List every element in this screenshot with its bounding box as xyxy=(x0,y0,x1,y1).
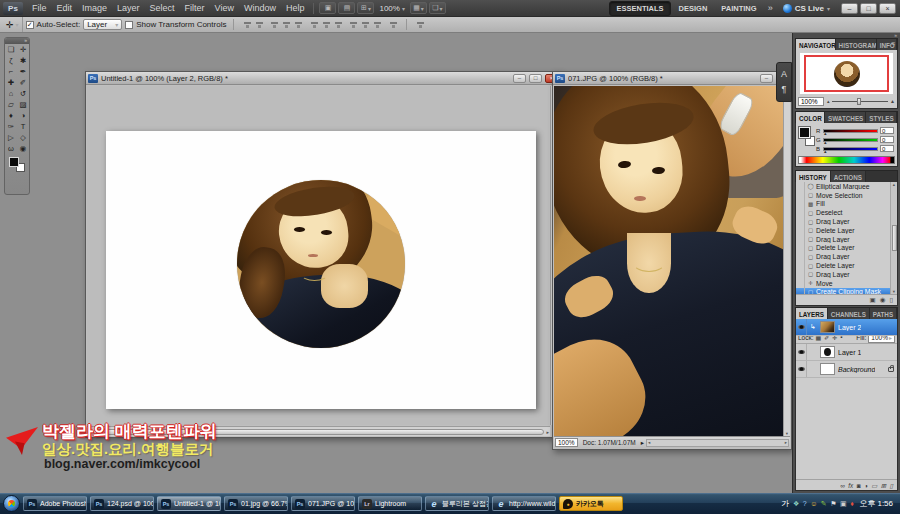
layer-visibility-toggle[interactable] xyxy=(796,361,807,377)
history-item[interactable]: ◯ Elliptical Marquee xyxy=(796,182,890,191)
distribute-vertical-centers-icon[interactable] xyxy=(334,21,343,29)
tray-pen-icon[interactable]: ✎ xyxy=(821,500,827,508)
navigator-proxy-preview[interactable] xyxy=(800,53,893,94)
zoom-in-icon[interactable]: ▲ xyxy=(890,98,895,104)
history-source-checkbox[interactable] xyxy=(796,252,805,261)
paragraph-panel-icon[interactable]: ¶ xyxy=(782,85,787,94)
menu-item[interactable]: Filter xyxy=(180,2,210,14)
horizontal-scrollbar[interactable]: ◂ ▸ xyxy=(646,439,789,447)
task-kakaotalk[interactable]: ● 카카오톡 xyxy=(559,496,623,511)
quick-selection-tool[interactable]: ✱ xyxy=(17,55,29,66)
history-source-checkbox[interactable] xyxy=(796,270,805,279)
history-source-checkbox[interactable] xyxy=(796,279,805,288)
tray-kakao-icon[interactable]: ☺ xyxy=(810,500,817,507)
photoshop-logo-icon[interactable]: Ps xyxy=(3,2,23,15)
restore-button[interactable]: □ xyxy=(860,3,877,14)
menu-item[interactable]: Window xyxy=(239,2,281,14)
layer-row[interactable]: Layer 1 xyxy=(796,344,897,361)
document-title-bar[interactable]: Ps Untitled-1 @ 100% (Layer 2, RGB/8) * … xyxy=(86,72,560,85)
channel-value-field[interactable]: 0 xyxy=(880,127,894,134)
tab-actions[interactable]: ACTIONS xyxy=(831,171,866,182)
menu-item[interactable]: Select xyxy=(145,2,180,14)
channel-slider-track[interactable]: ▴ xyxy=(823,129,878,133)
history-source-checkbox[interactable] xyxy=(796,235,805,244)
auto-select-target-dropdown[interactable]: Layer ▾ xyxy=(83,19,122,30)
history-item[interactable]: ▢ Drag Layer xyxy=(796,252,890,261)
scroll-right-icon[interactable]: ▸ xyxy=(546,429,549,435)
menu-item[interactable]: Layer xyxy=(112,2,145,14)
move-tool[interactable]: ✛ xyxy=(17,44,29,55)
menu-item[interactable]: View xyxy=(210,2,239,14)
delete-layer-icon[interactable]: ▯ xyxy=(890,482,893,489)
menu-item[interactable]: Edit xyxy=(52,2,78,14)
tab-navigator[interactable]: NAVIGATOR xyxy=(796,39,836,50)
canvas-page[interactable] xyxy=(106,131,536,409)
task-untitled-1[interactable]: Ps Untitled-1 @ 100%... xyxy=(157,496,221,511)
ime-indicator[interactable]: 가 xyxy=(782,498,790,509)
new-snapshot-icon[interactable]: ◉ xyxy=(880,296,886,304)
history-brush-tool[interactable]: ↺ xyxy=(17,88,29,99)
history-item[interactable]: ▢ Delete Layer xyxy=(796,261,890,270)
tab-histogram[interactable]: HISTOGRAM xyxy=(836,39,877,50)
add-layer-mask-icon[interactable]: ◙ xyxy=(857,482,861,489)
canvas-area[interactable] xyxy=(87,86,549,425)
slider-thumb[interactable]: ▴ xyxy=(824,130,827,136)
link-layers-icon[interactable]: ∞ xyxy=(840,482,845,489)
new-document-from-state-icon[interactable]: ▣ xyxy=(870,296,876,304)
scroll-up-icon[interactable]: ▴ xyxy=(893,182,895,187)
tab-layers[interactable]: LAYERS xyxy=(796,308,828,319)
history-item[interactable]: ▢ Delete Layer xyxy=(796,244,890,253)
layer-thumbnail[interactable] xyxy=(820,321,835,333)
history-source-checkbox[interactable] xyxy=(796,217,805,226)
auto-align-layers-icon[interactable] xyxy=(416,21,425,29)
zoom-out-icon[interactable]: ▴ xyxy=(827,98,830,104)
task-071-jpg[interactable]: Ps 071.JPG @ 100% (R... xyxy=(291,496,355,511)
scroll-left-icon[interactable]: ◂ xyxy=(88,429,91,435)
history-item[interactable]: ▢ Deselect xyxy=(796,208,890,217)
distribute-top-edges-icon[interactable] xyxy=(322,21,331,29)
align-top-edges-icon[interactable] xyxy=(243,21,252,29)
pen-tool[interactable]: ✑ xyxy=(5,121,17,132)
channel-slider-track[interactable]: ▴ xyxy=(823,138,878,142)
tab-color[interactable]: COLOR xyxy=(796,112,825,123)
panel-menu-icon[interactable]: ≡ xyxy=(888,38,898,50)
layer-thumbnail[interactable] xyxy=(820,346,835,358)
tray-flag-icon[interactable]: ⚑ xyxy=(830,500,836,508)
history-item[interactable]: ▢ Delete Layer xyxy=(796,226,890,235)
crop-tool[interactable]: ⌐ xyxy=(5,66,17,77)
history-scrollbar[interactable]: ▴ ▾ xyxy=(890,182,897,294)
tray-app-icon[interactable]: ❖ xyxy=(793,500,799,508)
start-button[interactable] xyxy=(3,495,20,512)
layer-style-icon[interactable]: fx xyxy=(848,482,853,489)
eraser-tool[interactable]: ▱ xyxy=(5,99,17,110)
type-tool[interactable]: T xyxy=(17,121,29,132)
align-bottom-edges-icon[interactable] xyxy=(270,21,279,29)
history-item[interactable]: ▢ Move Selection xyxy=(796,191,890,200)
layer-visibility-toggle[interactable] xyxy=(796,319,807,335)
foreground-color-swatch[interactable] xyxy=(9,157,19,167)
tab-history[interactable]: HISTORY xyxy=(796,171,831,182)
menu-item[interactable]: Help xyxy=(281,2,310,14)
layer-name[interactable]: Layer 1 xyxy=(838,349,861,356)
tool-preset-picker[interactable]: ✛ ▾ xyxy=(3,17,23,32)
layer-thumbnail[interactable] xyxy=(820,363,835,375)
distribute-right-edges-icon[interactable] xyxy=(389,21,398,29)
history-source-checkbox[interactable] xyxy=(796,182,805,191)
gradient-tool[interactable]: ▨ xyxy=(17,99,29,110)
horizontal-scrollbar[interactable]: ◂ ▸ xyxy=(87,426,550,436)
distribute-bottom-edges-icon[interactable] xyxy=(349,21,358,29)
shape-tool[interactable]: ◇ xyxy=(17,132,29,143)
tray-network-icon[interactable]: ▣ xyxy=(840,500,847,508)
task-01-jpg[interactable]: Ps 01.jpg @ 66.7% (W... xyxy=(224,496,288,511)
history-item[interactable]: ▩ Fill xyxy=(796,200,890,209)
layer-row[interactable]: ↳ Layer 2 xyxy=(796,319,897,336)
lasso-tool[interactable]: ζ xyxy=(5,55,17,66)
clipped-circle-portrait[interactable] xyxy=(237,180,405,348)
zoom-tool[interactable]: ◉ xyxy=(17,143,29,154)
clock[interactable]: 오후 1:56 xyxy=(859,498,893,509)
mini-bridge-icon[interactable]: ▤ xyxy=(338,2,355,14)
history-source-checkbox[interactable] xyxy=(796,244,805,253)
doc-minimize-button[interactable]: – xyxy=(760,74,773,83)
channel-value-field[interactable]: 0 xyxy=(880,145,894,152)
menu-item[interactable]: Image xyxy=(77,2,112,14)
